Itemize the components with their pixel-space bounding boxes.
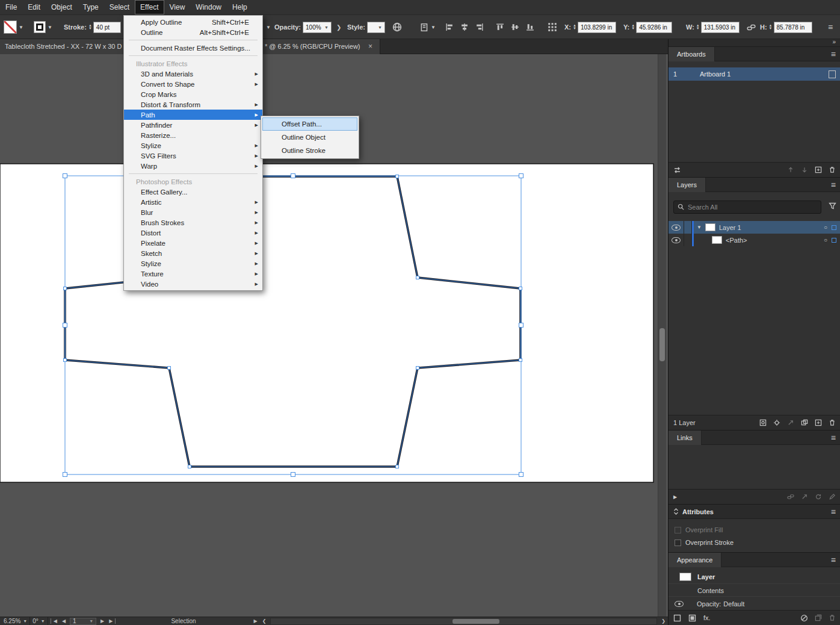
new-artboard-icon[interactable] bbox=[815, 166, 822, 173]
page-number-box[interactable]: 1 ▼ bbox=[70, 618, 96, 625]
stroke-stepper[interactable]: ▲▼ bbox=[88, 24, 92, 30]
w-stepper[interactable]: ▲▼ bbox=[696, 24, 700, 30]
edit-original-icon[interactable] bbox=[829, 493, 836, 500]
move-down-icon[interactable] bbox=[801, 166, 808, 173]
path-thumbnail[interactable] bbox=[712, 236, 722, 244]
menu-type[interactable]: Type bbox=[78, 0, 104, 14]
h-input[interactable]: 85.7878 in bbox=[774, 22, 812, 33]
target-circle-icon[interactable]: ○ bbox=[824, 224, 827, 231]
menu-item-3d-and-materials[interactable]: 3D and Materials▶ bbox=[124, 69, 262, 79]
document-setup-group[interactable]: ▼ bbox=[420, 15, 436, 39]
target-circle-icon[interactable]: ○ bbox=[824, 237, 827, 243]
delete-icon[interactable] bbox=[829, 166, 836, 173]
menu-item-pixelate[interactable]: Pixelate▶ bbox=[124, 238, 262, 248]
delete-icon[interactable] bbox=[829, 614, 836, 621]
layer-row[interactable]: ▼ Layer 1 ○ bbox=[669, 221, 840, 234]
expand-panel-icon[interactable] bbox=[673, 508, 679, 515]
clear-appearance-icon[interactable] bbox=[800, 614, 808, 622]
y-input[interactable]: 45.9286 in bbox=[636, 22, 672, 33]
last-page-icon[interactable]: ▶ bbox=[107, 618, 116, 624]
new-sublayer-icon[interactable] bbox=[801, 419, 808, 426]
submenu-item-outline-stroke[interactable]: Outline Stroke bbox=[262, 144, 357, 157]
menu-item-stylize-illustrator[interactable]: Stylize▶ bbox=[124, 140, 262, 151]
stroke-color-swatch[interactable] bbox=[34, 21, 46, 33]
new-layer-icon[interactable] bbox=[815, 419, 822, 426]
chevron-down-icon[interactable]: ▼ bbox=[48, 25, 52, 30]
tab-artboards[interactable]: Artboards bbox=[669, 47, 715, 61]
menu-item-stylize-photoshop[interactable]: Stylize▶ bbox=[124, 258, 262, 269]
menu-item-texture[interactable]: Texture▶ bbox=[124, 269, 262, 279]
relink-icon[interactable] bbox=[787, 493, 794, 500]
vertical-scroll-thumb[interactable] bbox=[659, 328, 665, 361]
status-expand-icon[interactable]: ▶ bbox=[252, 618, 260, 624]
menu-item-video[interactable]: Video▶ bbox=[124, 279, 262, 289]
align-left-icon[interactable] bbox=[445, 23, 454, 31]
selection-square[interactable] bbox=[832, 238, 836, 243]
menu-file[interactable]: File bbox=[0, 0, 22, 14]
layer-row[interactable]: <Path> ○ bbox=[669, 234, 840, 246]
menu-item-pathfinder[interactable]: Pathfinder▶ bbox=[124, 120, 262, 130]
filter-icon[interactable] bbox=[829, 202, 836, 210]
menu-item-distort[interactable]: Distort▶ bbox=[124, 228, 262, 238]
style-dropdown[interactable]: ▼ bbox=[367, 22, 385, 33]
new-fill-icon[interactable] bbox=[688, 614, 696, 622]
fx-icon[interactable]: fx. bbox=[703, 614, 711, 621]
menu-item-sketch[interactable]: Sketch▶ bbox=[124, 248, 262, 258]
reference-point-icon[interactable] bbox=[548, 15, 557, 39]
menu-item-rasterize[interactable]: Rasterize... bbox=[124, 130, 262, 140]
x-stepper[interactable]: ▲▼ bbox=[573, 24, 576, 30]
chevron-right-icon[interactable]: ❯ bbox=[334, 24, 344, 31]
menu-select[interactable]: Select bbox=[104, 0, 135, 14]
layer-thumbnail[interactable] bbox=[705, 223, 715, 231]
opacity-input[interactable]: 100%▼ bbox=[303, 22, 332, 33]
menu-item-apply-outline[interactable]: Apply Outline Shift+Ctrl+E bbox=[124, 17, 262, 27]
menu-effect[interactable]: Effect bbox=[135, 0, 164, 14]
menu-object[interactable]: Object bbox=[46, 0, 78, 14]
panel-menu-icon[interactable]: ≡ bbox=[831, 433, 836, 443]
menu-item-path[interactable]: Path▶ bbox=[124, 110, 262, 120]
horizontal-scroll-thumb[interactable] bbox=[452, 619, 499, 624]
path-name[interactable]: <Path> bbox=[726, 237, 747, 244]
expand-chevron-icon[interactable]: ▼ bbox=[697, 225, 702, 230]
artboard-name[interactable]: Artboard 1 bbox=[700, 70, 730, 78]
visibility-eye-icon[interactable] bbox=[672, 237, 681, 243]
submenu-item-outline-object[interactable]: Outline Object bbox=[262, 131, 357, 144]
menu-item-warp[interactable]: Warp▶ bbox=[124, 161, 262, 171]
menu-view[interactable]: View bbox=[164, 0, 191, 14]
close-icon[interactable]: × bbox=[368, 42, 372, 51]
h-stepper[interactable]: ▲▼ bbox=[769, 24, 773, 30]
menu-item-document-raster-effects-settings[interactable]: Document Raster Effects Settings... bbox=[124, 43, 262, 53]
go-to-link-icon[interactable] bbox=[801, 493, 808, 500]
fill-color-swatch[interactable] bbox=[4, 20, 17, 34]
attributes-title[interactable]: Attributes bbox=[682, 508, 714, 515]
scroll-right-icon[interactable]: ❯ bbox=[659, 618, 668, 624]
clipping-mask-icon[interactable] bbox=[759, 419, 767, 426]
menu-item-effect-gallery[interactable]: Effect Gallery... bbox=[124, 187, 262, 197]
menu-window[interactable]: Window bbox=[190, 0, 227, 14]
appearance-row-contents[interactable]: Contents bbox=[669, 585, 840, 597]
new-stroke-icon[interactable] bbox=[673, 614, 681, 622]
first-page-icon[interactable]: ◀ bbox=[51, 618, 60, 624]
horizontal-scrollbar[interactable] bbox=[270, 618, 657, 625]
rotation-value[interactable]: 0° bbox=[32, 618, 39, 624]
visibility-eye-icon[interactable] bbox=[675, 601, 684, 607]
layer-name[interactable]: Layer 1 bbox=[719, 224, 741, 231]
menu-item-outline[interactable]: Outline Alt+Shift+Ctrl+E bbox=[124, 27, 262, 37]
layers-search-box[interactable] bbox=[673, 201, 821, 214]
tab-links[interactable]: Links bbox=[669, 431, 702, 445]
align-bottom-icon[interactable] bbox=[526, 23, 534, 31]
rearrange-artboards-icon[interactable] bbox=[673, 166, 681, 174]
panel-menu-icon[interactable]: ≡ bbox=[831, 555, 836, 565]
scroll-left-icon[interactable]: ❮ bbox=[260, 618, 269, 624]
update-link-icon[interactable] bbox=[815, 493, 822, 500]
align-vertical-center-icon[interactable] bbox=[511, 23, 519, 31]
submenu-item-offset-path[interactable]: Offset Path... bbox=[262, 117, 357, 131]
appearance-opacity-value[interactable]: Default bbox=[723, 600, 744, 608]
panel-menu-icon[interactable]: ≡ bbox=[831, 49, 836, 59]
stroke-weight-input[interactable]: 40 pt bbox=[93, 22, 121, 33]
menu-item-distort-and-transform[interactable]: Distort & Transform▶ bbox=[124, 99, 262, 110]
visibility-eye-icon[interactable] bbox=[672, 225, 681, 231]
move-up-icon[interactable] bbox=[787, 166, 794, 173]
menu-help[interactable]: Help bbox=[227, 0, 253, 14]
menu-item-artistic[interactable]: Artistic▶ bbox=[124, 197, 262, 207]
